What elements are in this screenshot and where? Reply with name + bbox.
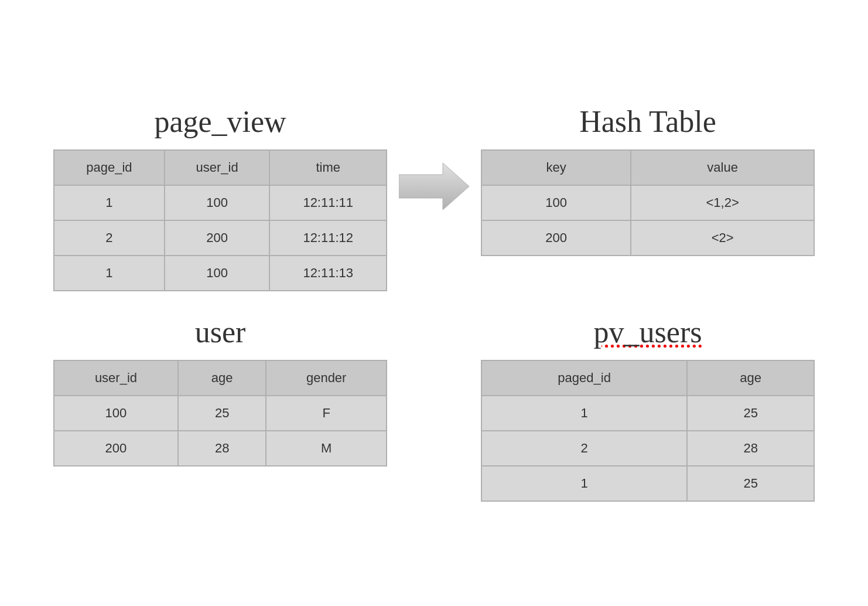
table-row: 228 [481, 431, 814, 466]
table-cell: 12:11:13 [269, 256, 387, 291]
col-gender: gender [266, 360, 387, 396]
hash-table-body: 100<1,2>200<2> [481, 185, 814, 256]
table-cell: 1 [481, 466, 687, 501]
table-cell: 28 [178, 431, 266, 466]
user-section: user user_id age gender 10025F20028M [53, 315, 387, 467]
col-paged-id: paged_id [481, 360, 687, 396]
col-key: key [481, 150, 631, 185]
table-row: 110012:11:11 [54, 185, 387, 220]
table-cell: 25 [687, 466, 814, 501]
user-body: 10025F20028M [54, 396, 387, 466]
pv-users-title: pv_users [481, 315, 815, 349]
page-view-title: page_view [53, 104, 387, 139]
table-cell: 1 [54, 256, 165, 291]
table-row: 125 [481, 466, 814, 501]
col-age-2: age [687, 360, 814, 396]
table-cell: 1 [481, 396, 687, 431]
col-page-id: page_id [54, 150, 165, 185]
table-cell: 1 [54, 185, 165, 220]
table-cell: 12:11:12 [269, 220, 387, 256]
hash-table-table: key value 100<1,2>200<2> [481, 149, 815, 256]
user-table: user_id age gender 10025F20028M [53, 360, 387, 467]
col-user-id-2: user_id [54, 360, 178, 396]
right-arrow-icon [399, 163, 469, 210]
table-row: 100<1,2> [481, 185, 814, 220]
pv-users-body: 125228125 [481, 396, 814, 501]
table-cell: 100 [165, 256, 270, 291]
hash-table-title: Hash Table [481, 104, 815, 139]
table-cell: 2 [54, 220, 165, 256]
table-row: 200<2> [481, 220, 814, 256]
table-cell: 100 [481, 185, 631, 220]
page-view-header-row: page_id user_id time [54, 150, 387, 185]
page-view-section: page_view page_id user_id time 110012:11… [53, 104, 387, 291]
table-cell: 200 [165, 220, 270, 256]
user-title: user [53, 315, 387, 349]
table-row: 220012:11:12 [54, 220, 387, 256]
table-cell: 100 [54, 396, 178, 431]
pv-users-table: paged_id age 125228125 [481, 360, 815, 502]
table-cell: <1,2> [631, 185, 814, 220]
hash-table-section: Hash Table key value 100<1,2>200<2> [481, 104, 815, 256]
table-cell: 25 [178, 396, 266, 431]
table-row: 125 [481, 396, 814, 431]
table-cell: M [266, 431, 387, 466]
page-view-body: 110012:11:11220012:11:12110012:11:13 [54, 185, 387, 291]
table-cell: F [266, 396, 387, 431]
table-row: 20028M [54, 431, 387, 466]
col-user-id: user_id [165, 150, 270, 185]
table-cell: 200 [481, 220, 631, 256]
page-view-table: page_id user_id time 110012:11:11220012:… [53, 149, 387, 291]
pv-users-header-row: paged_id age [481, 360, 814, 396]
arrow-column [399, 104, 469, 210]
table-cell: 12:11:11 [269, 185, 387, 220]
col-age: age [178, 360, 266, 396]
col-time: time [269, 150, 387, 185]
col-value: value [631, 150, 814, 185]
svg-marker-0 [399, 163, 469, 210]
table-cell: 25 [687, 396, 814, 431]
hash-table-header-row: key value [481, 150, 814, 185]
table-cell: <2> [631, 220, 814, 256]
pv-users-section: pv_users paged_id age 125228125 [481, 315, 815, 502]
table-cell: 200 [54, 431, 178, 466]
table-row: 110012:11:13 [54, 256, 387, 291]
table-row: 10025F [54, 396, 387, 431]
user-header-row: user_id age gender [54, 360, 387, 396]
main-container: page_view page_id user_id time 110012:11… [53, 104, 815, 502]
table-cell: 100 [165, 185, 270, 220]
table-cell: 28 [687, 431, 814, 466]
table-cell: 2 [481, 431, 687, 466]
